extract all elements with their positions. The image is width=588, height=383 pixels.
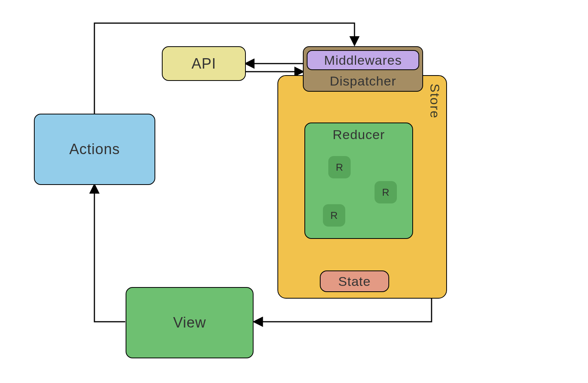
- reducer-child-1: R: [328, 156, 351, 178]
- reducer-child-3: R: [323, 204, 345, 227]
- reducer-child-1-label: R: [336, 161, 343, 173]
- api-label: API: [192, 55, 216, 72]
- middlewares-label: Middlewares: [324, 53, 402, 68]
- reducer-child-3-label: R: [331, 210, 338, 222]
- arrow-view-to-actions: [94, 185, 125, 322]
- state-label: State: [338, 274, 371, 289]
- actions-label: Actions: [69, 141, 120, 158]
- state-box: State: [320, 270, 389, 292]
- view-label: View: [173, 314, 206, 331]
- store-label: Store: [427, 84, 442, 119]
- reducer-label: Reducer: [333, 127, 385, 142]
- view-box: View: [126, 287, 254, 358]
- reducer-box: Reducer R R R: [304, 123, 413, 239]
- middlewares-box: Middlewares: [307, 50, 419, 70]
- api-box: API: [162, 46, 246, 81]
- dispatcher-label: Dispatcher: [330, 74, 396, 89]
- reducer-child-2-label: R: [382, 186, 390, 198]
- redux-flow-diagram: Store Dispatcher Middlewares API Actions…: [0, 0, 588, 383]
- reducer-child-2: R: [375, 181, 397, 203]
- actions-box: Actions: [34, 114, 155, 185]
